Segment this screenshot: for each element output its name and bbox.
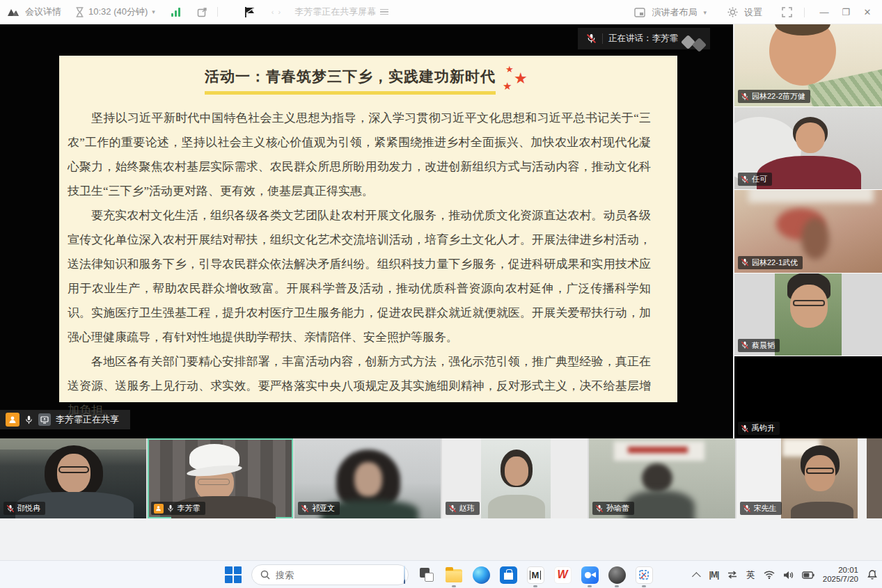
meeting-app-logo-icon bbox=[7, 7, 21, 17]
participant-nametag: 任可 bbox=[738, 173, 772, 186]
screen-share-icon bbox=[38, 413, 51, 426]
tray-expand-icon[interactable] bbox=[692, 572, 701, 581]
participant-nametag: 赵玮 bbox=[446, 502, 480, 515]
video-tile[interactable]: 赵玮 bbox=[442, 438, 588, 518]
sharing-banner: 李芳霏正在共享 bbox=[0, 410, 130, 429]
video-tile[interactable]: 园林22-2苗万健 bbox=[734, 24, 882, 106]
search-input[interactable] bbox=[276, 570, 398, 580]
weather-widget-icon[interactable] bbox=[404, 566, 405, 584]
close-button[interactable]: ✕ bbox=[860, 7, 875, 17]
meeting-details-button[interactable]: 会议详情 bbox=[25, 6, 61, 18]
video-tile[interactable]: 祁亚文 bbox=[294, 438, 441, 518]
minimize-button[interactable]: — bbox=[817, 7, 832, 17]
sharing-banner-text: 李芳霏正在共享 bbox=[56, 413, 119, 426]
collapse-right-icon[interactable]: › bbox=[278, 8, 281, 16]
document-paragraph: 要充实农村文化生活，组织各级各类文艺团队赴农村开展文化服务，推动优质文化资源直达… bbox=[68, 203, 651, 349]
tray-marktext-icon[interactable]: |M| bbox=[709, 570, 719, 580]
speaker-layout-button[interactable]: 演讲者布局 bbox=[652, 6, 697, 19]
notification-bell-icon[interactable]: z bbox=[867, 569, 878, 580]
video-tile[interactable]: 蔡晨韬 bbox=[734, 273, 882, 356]
speaking-label: 正在讲话： bbox=[608, 33, 652, 43]
host-person-icon bbox=[154, 504, 164, 514]
meeting-app-button[interactable] bbox=[581, 566, 599, 584]
participant-nametag: 祁亚文 bbox=[298, 502, 340, 515]
wps-office-button[interactable]: W bbox=[553, 566, 572, 584]
start-button[interactable] bbox=[224, 566, 242, 584]
taskbar-search[interactable] bbox=[251, 564, 409, 585]
tray-time: 20:01 bbox=[823, 566, 858, 575]
participant-nametag: 园林22-1武优 bbox=[738, 256, 803, 269]
network-signal-icon[interactable] bbox=[171, 8, 182, 17]
volume-icon[interactable] bbox=[783, 571, 794, 580]
avatar bbox=[608, 566, 626, 584]
host-person-icon bbox=[6, 413, 19, 427]
tray-transfer-icon[interactable] bbox=[727, 571, 738, 579]
marktext-button[interactable]: M bbox=[526, 566, 544, 584]
document-paragraph: 坚持以习近平新时代中国特色社会主义思想为指导，深入学习贯彻习近平文化思想和习近平… bbox=[68, 106, 651, 203]
store-icon bbox=[500, 566, 517, 584]
sharing-title: 李芳霏正在共享屏幕 bbox=[294, 6, 376, 18]
overlay-diamond-icon bbox=[692, 38, 707, 52]
speaking-mic-icon bbox=[586, 33, 597, 44]
speaking-name: 李芳霏 bbox=[652, 33, 679, 43]
edge-icon bbox=[473, 566, 490, 584]
participant-nametag: 李芳霏 bbox=[151, 502, 205, 515]
clock[interactable]: 20:01 2025/7/20 bbox=[823, 566, 858, 584]
file-explorer-button[interactable] bbox=[445, 566, 463, 584]
windows-taskbar: M W |M| 英 bbox=[0, 560, 882, 588]
video-tile[interactable]: 任可 bbox=[734, 107, 882, 189]
open-in-window-icon[interactable] bbox=[197, 7, 207, 17]
participant-nametag: 园林22-2苗万健 bbox=[738, 90, 810, 103]
microsoft-store-button[interactable] bbox=[499, 566, 517, 584]
participant-nametag: 孙瑜蕾 bbox=[592, 502, 634, 515]
maximize-button[interactable]: ❐ bbox=[838, 7, 853, 17]
user-account-button[interactable] bbox=[608, 566, 626, 584]
video-tile-camera-off[interactable]: 禹钧升 bbox=[734, 356, 882, 438]
stars-decoration-icon: ★★★ bbox=[503, 67, 532, 96]
document-title: 活动一：青春筑梦三下乡，实践建功新时代 bbox=[205, 67, 496, 95]
meeting-timer[interactable]: 10:32 (40分钟) bbox=[88, 6, 148, 18]
settings-button[interactable]: 设置 bbox=[744, 6, 762, 19]
task-view-icon bbox=[420, 568, 434, 582]
document-body: 坚持以习近平新时代中国特色社会主义思想为指导，深入学习贯彻习近平文化思想和习近平… bbox=[59, 96, 677, 422]
watermark-flag-icon[interactable] bbox=[243, 6, 256, 18]
tray-date: 2025/7/20 bbox=[823, 575, 858, 584]
speaking-indicator: 正在讲话：李芳霏 bbox=[578, 28, 710, 49]
marktext-icon: M bbox=[527, 566, 544, 584]
document-paragraph: 各地区各有关部门要精心安排部署，丰富活动内容，创新方式方法，强化示范引领，推广典… bbox=[68, 349, 651, 422]
video-tile[interactable]: 邵悦冉 bbox=[0, 438, 146, 518]
sharing-menu-icon[interactable] bbox=[380, 8, 388, 17]
video-tile[interactable]: 宋先生 bbox=[737, 438, 882, 518]
layout-caret-icon[interactable]: ▾ bbox=[703, 9, 707, 16]
meeting-app-icon bbox=[581, 566, 599, 584]
active-mic-icon bbox=[24, 415, 33, 425]
timer-caret-icon[interactable]: ▾ bbox=[152, 8, 155, 15]
meeting-titlebar: 会议详情 10:32 (40分钟) ▾ ‹ › 李芳霏正在 bbox=[0, 0, 882, 24]
svg-text:z: z bbox=[874, 569, 876, 573]
shared-screen-stage: 正在讲话：李芳霏 活动一：青春筑梦三下乡，实践建功新时代 ★★★ 坚持以习近平新… bbox=[0, 24, 733, 438]
video-tile[interactable]: 园林22-1武优 bbox=[734, 190, 882, 272]
scissors-icon bbox=[636, 566, 653, 584]
snipping-tool-button[interactable] bbox=[635, 566, 653, 584]
wifi-icon[interactable] bbox=[764, 571, 775, 579]
task-view-button[interactable] bbox=[418, 566, 436, 584]
input-language-indicator[interactable]: 英 bbox=[746, 569, 755, 581]
participant-nametag: 邵悦冉 bbox=[3, 502, 45, 515]
participant-sidebar: 园林22-2苗万健 任可 园林22-1武优 bbox=[734, 24, 882, 438]
video-tile-active-speaker[interactable]: 李芳霏 bbox=[148, 438, 294, 518]
desktop-background bbox=[0, 518, 882, 560]
video-tile[interactable]: 孙瑜蕾 bbox=[589, 438, 735, 518]
meeting-window: 会议详情 10:32 (40分钟) ▾ ‹ › 李芳霏正在 bbox=[0, 0, 882, 588]
windows-logo-icon bbox=[225, 566, 242, 583]
edge-browser-button[interactable] bbox=[472, 566, 490, 584]
hourglass-icon bbox=[75, 7, 84, 17]
battery-icon[interactable] bbox=[802, 571, 814, 579]
participant-nametag: 宋先生 bbox=[740, 502, 782, 515]
participant-nametag: 禹钧升 bbox=[738, 422, 780, 435]
fullscreen-icon[interactable] bbox=[782, 7, 792, 17]
participant-filmstrip: 邵悦冉 李芳霏 祁亚文 bbox=[0, 438, 882, 518]
collapse-left-icon[interactable]: ‹ bbox=[271, 8, 274, 16]
folder-icon bbox=[446, 569, 462, 582]
wps-icon: W bbox=[554, 566, 572, 584]
participant-nametag: 蔡晨韬 bbox=[738, 339, 780, 352]
